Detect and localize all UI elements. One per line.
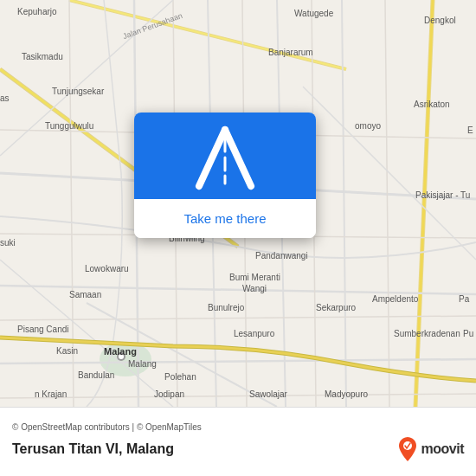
svg-point-1 bbox=[100, 342, 151, 376]
location-row: Terusan Titan VI, Malang moovit bbox=[12, 437, 464, 461]
road-icon bbox=[190, 121, 260, 190]
moovit-logo: moovit bbox=[397, 437, 464, 461]
map-container: KepuharjoWatugedeDengkolJalan Perusahaan… bbox=[0, 0, 476, 407]
moovit-brand-text: moovit bbox=[421, 441, 464, 457]
svg-line-31 bbox=[199, 130, 225, 186]
popup-pointer bbox=[219, 199, 236, 209]
location-name: Terusan Titan VI, Malang bbox=[12, 441, 174, 457]
moovit-pin-icon bbox=[397, 437, 418, 461]
popup-icon-area bbox=[134, 113, 316, 199]
popup-card: Take me there bbox=[134, 113, 316, 238]
svg-line-32 bbox=[225, 130, 251, 186]
svg-point-30 bbox=[119, 354, 124, 359]
bottom-bar: © OpenStreetMap contributors | © OpenMap… bbox=[0, 407, 476, 476]
attribution-text: © OpenStreetMap contributors | © OpenMap… bbox=[12, 422, 464, 432]
